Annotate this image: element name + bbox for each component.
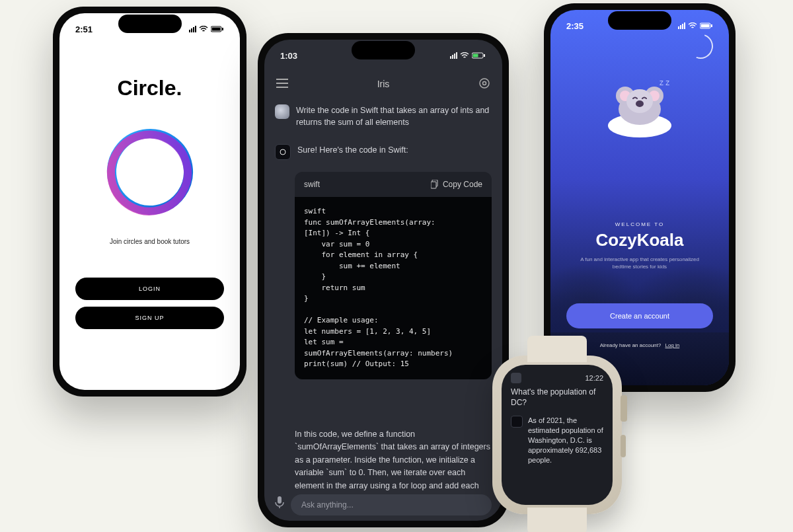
bot-avatar bbox=[275, 144, 291, 160]
iris-header: Iris bbox=[264, 73, 502, 95]
notch bbox=[608, 11, 671, 30]
menu-icon[interactable] bbox=[276, 79, 288, 90]
bot-message-text: Sure! Here's the code in Swift: bbox=[297, 144, 408, 160]
status-icons bbox=[678, 22, 713, 29]
chat-placeholder: Ask anything... bbox=[301, 500, 354, 510]
settings-icon[interactable] bbox=[478, 77, 490, 91]
cozy-screen: 2:35 z z WELCOME TO CozyKoala A fun and … bbox=[550, 10, 729, 385]
watch-answer-row: As of 2021, the estimated population of … bbox=[511, 416, 603, 465]
svg-point-24 bbox=[636, 100, 644, 107]
svg-point-8 bbox=[480, 79, 489, 88]
notch bbox=[118, 15, 182, 33]
status-time: 2:51 bbox=[75, 24, 93, 34]
circle-title: Circle. bbox=[59, 76, 240, 100]
svg-rect-13 bbox=[278, 496, 282, 504]
svg-point-4 bbox=[97, 121, 202, 225]
watch-app-icon bbox=[511, 373, 521, 383]
signup-button[interactable]: SIGN UP bbox=[75, 307, 224, 329]
svg-rect-12 bbox=[431, 182, 436, 188]
circle-logo bbox=[97, 119, 203, 225]
circle-tagline: Join circles and book tutors bbox=[59, 238, 240, 245]
bot-message: Sure! Here's the code in Swift: bbox=[275, 144, 492, 160]
signal-icon bbox=[450, 52, 457, 59]
svg-point-3 bbox=[105, 128, 194, 216]
svg-point-10 bbox=[280, 149, 285, 155]
svg-rect-1 bbox=[212, 28, 221, 31]
chat-input[interactable]: Ask anything... bbox=[291, 494, 492, 515]
wifi-icon bbox=[199, 26, 208, 32]
svg-text:z z: z z bbox=[660, 78, 669, 87]
code-card: swift Copy Code swift func sumOfArrayEle… bbox=[295, 172, 492, 379]
watch-answer: As of 2021, the estimated population of … bbox=[528, 416, 603, 465]
battery-icon bbox=[700, 22, 713, 29]
watch-crown[interactable] bbox=[621, 395, 627, 422]
svg-rect-6 bbox=[473, 54, 478, 57]
login-link[interactable]: Log in bbox=[665, 342, 679, 348]
code-body: swift func sumOfArrayElements(array: [In… bbox=[295, 197, 492, 379]
battery-icon bbox=[472, 52, 486, 59]
user-message: Write the code in Swift that takes an ar… bbox=[275, 104, 492, 128]
login-prompt-text: Already have an account? bbox=[600, 342, 661, 348]
wifi-icon bbox=[688, 22, 697, 29]
koala-illustration: z z bbox=[593, 69, 686, 142]
status-icons bbox=[450, 52, 486, 59]
wifi-icon bbox=[460, 52, 469, 59]
watch-screen: 12:22 What's the population of DC? As of… bbox=[502, 365, 613, 505]
create-account-button[interactable]: Create an account bbox=[566, 303, 713, 328]
signal-icon bbox=[189, 26, 196, 32]
user-message-text: Write the code in Swift that takes an ar… bbox=[296, 104, 492, 128]
notch bbox=[352, 41, 415, 59]
mic-icon[interactable] bbox=[275, 496, 284, 512]
battery-icon bbox=[211, 26, 224, 32]
svg-point-9 bbox=[482, 81, 486, 85]
code-header: swift Copy Code bbox=[295, 172, 492, 197]
watch-band-bottom bbox=[527, 508, 587, 532]
svg-rect-16 bbox=[711, 24, 712, 27]
copy-code-label: Copy Code bbox=[443, 180, 482, 189]
circle-phone: 2:51 Circle. Joi bbox=[53, 7, 246, 397]
cozy-phone: 2:35 z z WELCOME TO CozyKoala A fun and … bbox=[544, 3, 736, 392]
iris-screen: 1:03 Iris Write the code in Swift that t… bbox=[264, 40, 502, 521]
svg-rect-7 bbox=[484, 54, 485, 57]
svg-rect-2 bbox=[222, 28, 223, 30]
copy-icon bbox=[431, 180, 439, 189]
welcome-label: WELCOME TO bbox=[615, 221, 664, 227]
status-time: 2:35 bbox=[566, 21, 584, 31]
svg-rect-15 bbox=[701, 24, 710, 28]
watch-device: 12:22 What's the population of DC? As of… bbox=[492, 356, 622, 514]
iris-title: Iris bbox=[377, 79, 390, 89]
login-button[interactable]: LOGIN bbox=[75, 278, 224, 300]
watch-side-button[interactable] bbox=[621, 435, 626, 457]
watch-bot-icon bbox=[511, 416, 523, 428]
status-time: 1:03 bbox=[280, 51, 297, 61]
copy-code-button[interactable]: Copy Code bbox=[431, 180, 482, 189]
watch-time: 12:22 bbox=[585, 374, 603, 382]
circle-screen: 2:51 Circle. Joi bbox=[59, 13, 240, 390]
signal-icon bbox=[678, 22, 685, 29]
user-avatar bbox=[275, 104, 289, 119]
code-language: swift bbox=[304, 180, 320, 189]
watch-band-top bbox=[527, 336, 587, 362]
status-icons bbox=[189, 26, 224, 32]
watch-question: What's the population of DC? bbox=[511, 387, 603, 408]
watch-header: 12:22 bbox=[511, 373, 603, 383]
iris-phone: 1:03 Iris Write the code in Swift that t… bbox=[258, 33, 509, 527]
